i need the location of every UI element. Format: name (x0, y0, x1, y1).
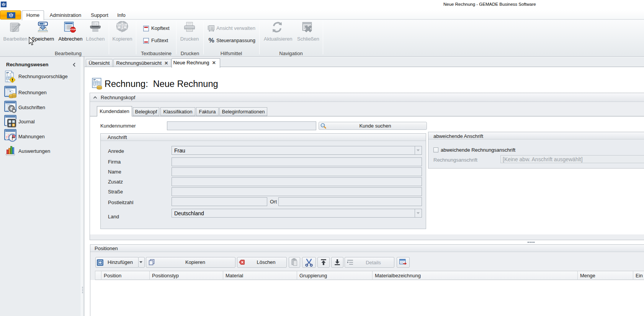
svg-text:1: 1 (120, 23, 124, 31)
svg-text:STOP: STOP (70, 28, 76, 31)
